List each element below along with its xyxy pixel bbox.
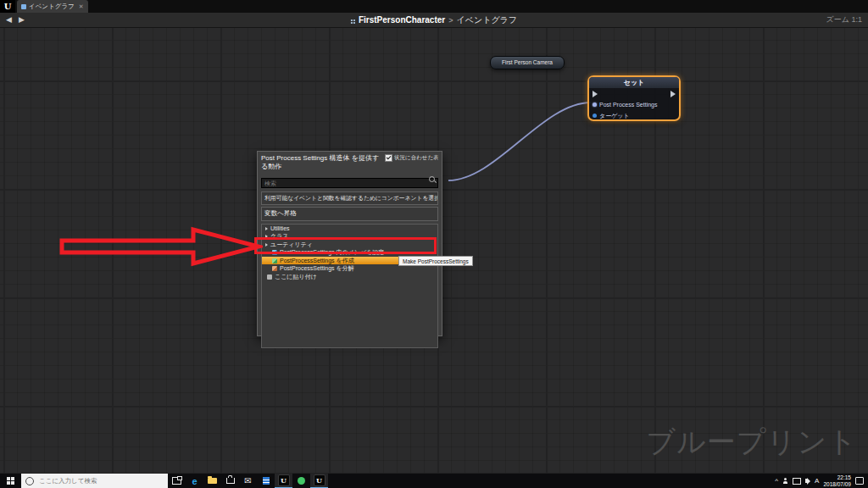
component-hint-row[interactable]: 利用可能なイベントと関数を確認するためにコンポーネントを選択 (261, 191, 438, 205)
graph-tab-icon (21, 4, 26, 9)
taskbar-search[interactable] (21, 474, 168, 488)
speaker-icon[interactable] (805, 479, 808, 483)
ime-indicator[interactable]: A (815, 477, 819, 485)
blueprint-icon (351, 19, 353, 21)
pin-label: ターゲット (599, 112, 630, 120)
search-input[interactable] (261, 178, 438, 188)
category-label: ユーティリティ (270, 241, 313, 249)
tray-time: 22:15 (837, 474, 851, 481)
category-class[interactable]: クラス (262, 232, 437, 241)
start-button[interactable] (0, 474, 21, 488)
pin-row-target[interactable]: ターゲット (589, 110, 679, 121)
folder-icon (208, 478, 217, 484)
break-struct-icon (272, 266, 277, 271)
tray-date: 2018/07/09 (823, 481, 851, 488)
breadcrumb-separator: > (448, 16, 453, 25)
edge-button[interactable]: e (186, 474, 203, 488)
context-sensitive-toggle[interactable]: 状況に合わせた表示 (385, 154, 438, 172)
zoom-level: ズーム 1:1 (826, 13, 862, 27)
action-menu-header: Post Process Settings 構造体 を提供する動作 状況に合わせ… (258, 152, 442, 172)
breadcrumb-current[interactable]: イベントグラフ (456, 14, 517, 26)
expand-arrow-icon[interactable] (265, 235, 268, 238)
action-tooltip: Make PostProcessSettings (398, 256, 473, 266)
back-arrow-icon[interactable]: ◀ (6, 13, 12, 27)
store-bag-icon (226, 478, 235, 484)
forward-arrow-icon[interactable]: ▶ (19, 13, 25, 27)
windows-logo-icon (7, 477, 14, 485)
make-struct-icon (272, 258, 277, 263)
node-set[interactable]: セット Post Process Settings ターゲット (587, 75, 681, 121)
pin-label: Post Process Settings (599, 102, 657, 108)
object-pin-icon[interactable] (593, 114, 597, 118)
task-view-icon (172, 477, 181, 485)
document-app-icon (263, 477, 270, 485)
struct-pin-icon[interactable] (593, 103, 597, 107)
checkbox-checked-icon[interactable] (385, 154, 392, 162)
green-app-button[interactable] (292, 474, 310, 488)
action-label: ここに貼り付け (275, 273, 317, 281)
set-node-title[interactable]: セット (589, 77, 679, 88)
graph-toolbar: ◀ ▶ FirstPersonCharacter > イベントグラフ ズーム 1… (0, 13, 868, 28)
blueprint-watermark: ブループリント (646, 423, 858, 462)
paste-icon (267, 274, 272, 280)
context-sensitive-label: 状況に合わせた表示 (394, 154, 438, 162)
task-view-button[interactable] (168, 474, 186, 488)
document-app-button[interactable] (257, 474, 275, 488)
action-label: PostProcessSettings 内のメンバを設定 (280, 248, 384, 257)
blueprint-action-menu: Post Process Settings 構造体 を提供する動作 状況に合わせ… (257, 151, 442, 336)
unreal-icon: U (314, 474, 326, 486)
action-paste-here[interactable]: ここに貼り付け (262, 273, 437, 281)
breadcrumb: FirstPersonCharacter > イベントグラフ (351, 13, 517, 27)
unreal-icon: U (278, 474, 290, 486)
taskbar-search-input[interactable] (37, 476, 142, 485)
green-app-icon (298, 477, 305, 485)
category-label: クラス (270, 232, 289, 241)
mail-button[interactable]: ✉ (239, 474, 257, 488)
struct-node-icon (272, 250, 277, 255)
action-list: Utilities クラス ユーティリティ PostProcessSetting… (261, 224, 438, 348)
taskbar-clock[interactable]: 22:15 2018/07/09 (823, 474, 851, 488)
unreal-editor-button-1[interactable]: U (275, 474, 292, 488)
action-label: PostProcessSettings を作成 (280, 257, 354, 265)
node-first-person-camera[interactable]: First Person Camera (490, 56, 565, 69)
action-label: PostProcessSettings を分解 (280, 264, 354, 273)
store-button[interactable] (221, 474, 239, 488)
category-utility[interactable]: ユーティリティ (262, 241, 437, 249)
file-explorer-button[interactable] (203, 474, 221, 488)
search-icon (429, 176, 435, 182)
exec-pin-row (589, 88, 679, 99)
windows-taskbar: e ✉ U U ^ A 22:15 2018/07/09 (0, 473, 868, 488)
breadcrumb-root[interactable]: FirstPersonCharacter (359, 15, 445, 25)
unreal-logo: U (0, 0, 15, 13)
expand-arrow-icon[interactable] (265, 243, 268, 247)
action-search (261, 174, 438, 189)
action-center-icon[interactable] (855, 477, 864, 485)
cortana-icon (25, 477, 34, 485)
system-tray: ^ A 22:15 2018/07/09 (775, 474, 868, 488)
unreal-editor-button-2[interactable]: U (310, 474, 328, 488)
tab-label: イベントグラフ (29, 3, 75, 11)
exec-out-pin-icon[interactable] (670, 91, 676, 97)
action-menu-title: Post Process Settings 構造体 を提供する動作 (261, 154, 385, 172)
chevron-up-icon[interactable]: ^ (775, 477, 778, 485)
people-icon[interactable] (782, 478, 788, 484)
expand-arrow-icon[interactable] (265, 227, 268, 230)
window-tab-bar: U イベントグラフ ✕ (0, 0, 868, 13)
mail-icon: ✉ (244, 476, 251, 485)
promote-to-variable-item[interactable]: 変数へ昇格 (261, 207, 438, 221)
category-utilities[interactable]: Utilities (262, 225, 437, 233)
tab-event-graph[interactable]: イベントグラフ ✕ (17, 0, 88, 13)
edge-icon: e (192, 476, 197, 486)
network-icon[interactable] (793, 478, 801, 485)
exec-in-pin-icon[interactable] (593, 91, 598, 97)
pin-row-post-process-settings[interactable]: Post Process Settings (589, 99, 679, 110)
tab-close-icon[interactable]: ✕ (79, 3, 84, 10)
category-label: Utilities (270, 225, 290, 231)
